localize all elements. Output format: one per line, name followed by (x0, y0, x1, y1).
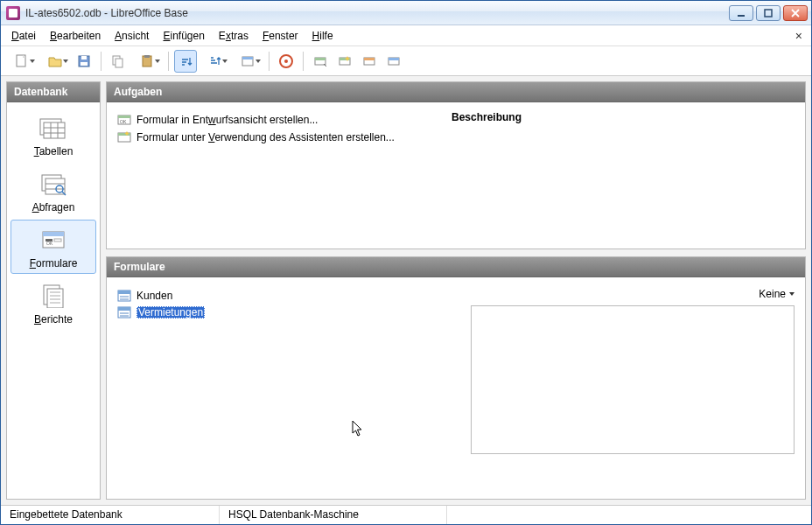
minimize-button[interactable] (729, 5, 753, 21)
svg-rect-4 (81, 56, 87, 60)
svg-rect-51 (118, 290, 130, 294)
app-icon (6, 6, 20, 20)
sidebar-item-label: Tabellen (13, 145, 94, 158)
task-create-form-design[interactable]: OK Formular in Entwurfsansicht erstellen… (117, 111, 441, 129)
form-filter-button[interactable] (232, 50, 263, 73)
svg-rect-15 (315, 58, 326, 60)
svg-rect-1 (765, 10, 772, 17)
sidebar-item-label: Abfragen (13, 201, 94, 214)
description-title: Beschreibung (452, 111, 794, 123)
sidebar-item-label: Formulare (13, 257, 94, 270)
svg-rect-19 (364, 58, 374, 60)
sidebar-item-tables[interactable]: Tabellen (10, 108, 96, 162)
form-wizard-icon (117, 130, 131, 144)
open-button[interactable] (39, 50, 71, 73)
window-controls (729, 5, 808, 21)
main-body: Datenbank Tabellen Abfragen OK Formulare… (1, 76, 811, 505)
sort-desc-button[interactable] (199, 50, 230, 73)
svg-rect-23 (44, 122, 65, 138)
chevron-down-icon (155, 60, 160, 63)
svg-rect-55 (118, 307, 130, 311)
status-engine: HSQL Datenbank-Maschine (220, 506, 447, 524)
status-spacer (447, 506, 811, 524)
new-form-button[interactable] (309, 50, 332, 73)
help-button[interactable] (275, 50, 298, 73)
menu-tools[interactable]: Extras (212, 28, 256, 44)
object-label: Kunden (136, 290, 172, 302)
menu-file[interactable]: Datei (4, 28, 43, 44)
forms-icon: OK (38, 228, 68, 251)
list-item[interactable]: Kunden (117, 288, 460, 304)
open-object-button[interactable] (358, 50, 381, 73)
paste-button[interactable] (131, 50, 163, 73)
chevron-down-icon (256, 60, 261, 63)
sidebar-item-forms[interactable]: OK Formulare (10, 220, 96, 274)
new-button[interactable] (6, 50, 38, 73)
svg-rect-7 (116, 59, 122, 67)
chevron-down-icon (30, 60, 35, 63)
object-label: Vermietungen (136, 306, 205, 318)
status-embedded: Eingebettete Datenbank (1, 506, 220, 524)
queries-icon (38, 172, 68, 196)
status-bar: Eingebettete Datenbank HSQL Datenbank-Ma… (1, 505, 811, 524)
svg-rect-5 (80, 62, 88, 66)
toolbar-separator (101, 52, 102, 71)
copy-button[interactable] (107, 50, 130, 73)
window-title: IL-ates6502.odb - LibreOffice Base (25, 7, 188, 19)
chevron-down-icon (222, 60, 228, 63)
task-create-form-wizard[interactable]: Formular unter Verwendung des Assistente… (117, 129, 441, 146)
svg-point-13 (284, 60, 288, 63)
save-button[interactable] (73, 50, 95, 73)
sidebar-item-label: Berichte (13, 313, 94, 326)
sidebar-item-queries[interactable]: Abfragen (10, 164, 96, 218)
close-button[interactable] (783, 5, 808, 21)
menu-bar: Datei Bearbeiten Ansicht Einfügen Extras… (1, 25, 811, 46)
task-list: OK Formular in Entwurfsansicht erstellen… (117, 111, 441, 240)
chevron-down-icon (63, 60, 68, 63)
maximize-button[interactable] (756, 5, 780, 21)
reports-icon (38, 284, 68, 308)
form-design-icon: OK (117, 113, 131, 127)
tasks-section: Aufgaben OK Formular in Entwurfsansicht … (106, 81, 806, 249)
objects-header: Formulare (107, 257, 805, 277)
svg-rect-35 (43, 232, 64, 236)
objects-section: Formulare Kunden Vermietungen Keine (106, 256, 806, 500)
main-panel: Aufgaben OK Formular in Entwurfsansicht … (106, 81, 806, 500)
chevron-down-icon (789, 292, 794, 296)
svg-text:OK: OK (120, 119, 127, 124)
sidebar-header: Datenbank (7, 82, 100, 102)
tasks-header: Aufgaben (107, 82, 805, 102)
toolbar (1, 46, 811, 76)
menu-edit[interactable]: Bearbeiten (43, 28, 108, 44)
task-label: Formular unter Verwendung des Assistente… (136, 131, 395, 144)
tables-icon (38, 116, 68, 140)
task-label: Formular in Entwurfsansicht erstellen... (136, 114, 318, 126)
sidebar-item-reports[interactable]: Berichte (10, 276, 96, 330)
preview-panel (471, 305, 794, 454)
sort-asc-button[interactable] (174, 50, 197, 73)
menu-insert[interactable]: Einfügen (156, 28, 211, 44)
task-description: Beschreibung (452, 111, 794, 240)
form-wizard-button[interactable] (333, 50, 356, 73)
list-item[interactable]: Vermietungen (117, 304, 460, 320)
svg-rect-0 (738, 15, 745, 17)
menu-view[interactable]: Ansicht (108, 28, 156, 44)
form-icon (117, 305, 131, 319)
preview-mode-label: Keine (759, 288, 786, 300)
menu-help[interactable]: Hilfe (305, 28, 340, 44)
window-titlebar: IL-ates6502.odb - LibreOffice Base (1, 1, 811, 25)
svg-rect-21 (388, 58, 399, 60)
svg-rect-40 (47, 289, 63, 308)
svg-rect-11 (242, 57, 253, 60)
svg-text:OK: OK (46, 241, 53, 246)
document-close-button[interactable]: × (790, 29, 808, 43)
preview-mode-dropdown[interactable]: Keine (759, 288, 794, 300)
toolbar-separator (303, 52, 304, 71)
edit-object-button[interactable] (382, 50, 405, 73)
database-sidebar: Datenbank Tabellen Abfragen OK Formulare… (6, 81, 101, 500)
svg-rect-9 (144, 55, 150, 58)
toolbar-separator (168, 52, 169, 71)
menu-window[interactable]: Fenster (256, 28, 305, 44)
svg-rect-46 (118, 116, 130, 118)
object-list: Kunden Vermietungen (117, 288, 460, 488)
